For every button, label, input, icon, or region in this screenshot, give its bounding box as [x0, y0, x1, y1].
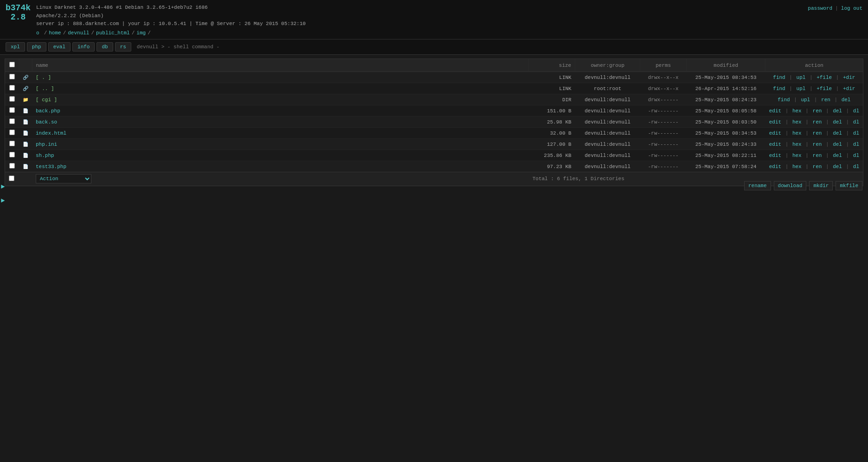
action-+dir-link[interactable]: +dir — [843, 86, 855, 91]
path-public-html[interactable]: public_html — [96, 29, 130, 38]
row-actions: edit | hex | ren | del | dl — [765, 139, 863, 150]
sys-line3: server ip : 888.darknet.com | your ip : … — [36, 20, 306, 28]
row-modified: 25-May-2015 07:58:24 — [687, 161, 765, 172]
action-hex-link[interactable]: hex — [792, 153, 802, 158]
tab-eval[interactable]: eval — [48, 42, 71, 52]
file-name-link[interactable]: sh.php — [36, 153, 54, 158]
action-edit-link[interactable]: edit — [769, 119, 781, 125]
file-checkbox[interactable] — [9, 74, 15, 79]
path-devnull[interactable]: devnull — [68, 29, 89, 38]
left-arrow-1[interactable]: ► — [0, 181, 6, 192]
path-img[interactable]: img — [136, 29, 146, 38]
action-edit-link[interactable]: edit — [769, 130, 781, 136]
file-name-link[interactable]: index.html — [36, 130, 66, 136]
file-checkbox[interactable] — [9, 141, 15, 146]
action-dl-link[interactable]: dl — [853, 108, 859, 114]
row-size: 25.98 KB — [529, 117, 575, 128]
tab-info[interactable]: info — [72, 42, 95, 52]
action-del-link[interactable]: del — [833, 108, 842, 114]
row-modified: 25-May-2015 08:24:23 — [687, 94, 765, 105]
select-all-checkbox[interactable] — [9, 62, 15, 67]
action-separator: | — [843, 108, 852, 114]
file-checkbox[interactable] — [9, 130, 15, 135]
rename-button[interactable]: rename — [744, 181, 771, 190]
action-del-link[interactable]: del — [833, 119, 842, 125]
table-row: 📄sh.php235.86 KBdevnull:devnull-rw------… — [5, 150, 863, 161]
action-+file-link[interactable]: +file — [817, 75, 832, 80]
action-+file-link[interactable]: +file — [817, 86, 832, 91]
file-name-link[interactable]: back.so — [36, 119, 57, 125]
row-icon: 📄 — [19, 150, 32, 161]
action-edit-link[interactable]: edit — [769, 108, 781, 114]
action-del-link[interactable]: del — [833, 142, 842, 147]
tab-db[interactable]: db — [96, 42, 113, 52]
logout-link[interactable]: log out — [841, 6, 862, 11]
action-ren-link[interactable]: ren — [813, 130, 822, 136]
file-name-link[interactable]: [ . ] — [36, 75, 51, 80]
action-hex-link[interactable]: hex — [792, 108, 802, 114]
action-hex-link[interactable]: hex — [792, 119, 802, 125]
action-separator: | — [786, 86, 796, 91]
file-checkbox[interactable] — [9, 107, 15, 113]
file-checkbox[interactable] — [9, 96, 15, 102]
action-edit-link[interactable]: edit — [769, 164, 781, 169]
action-del-link[interactable]: del — [833, 153, 842, 158]
action-separator: | — [782, 108, 791, 114]
action-del-link[interactable]: del — [833, 164, 842, 169]
action-del-link[interactable]: del — [833, 130, 842, 136]
logo[interactable]: b374k 2.8 — [6, 4, 31, 22]
action-dl-link[interactable]: dl — [853, 130, 859, 136]
breadcrumb: o / home / devnull / public_html / img / — [36, 29, 306, 38]
action-separator: | — [803, 130, 812, 136]
folder-icon: 🔗 — [23, 75, 28, 80]
action-hex-link[interactable]: hex — [792, 164, 802, 169]
left-arrow-2[interactable]: ► — [0, 195, 6, 206]
file-name-link[interactable]: [ .. ] — [36, 86, 54, 91]
tab-xpl[interactable]: xpl — [6, 42, 25, 52]
action-ren-link[interactable]: ren — [813, 108, 822, 114]
file-checkbox[interactable] — [9, 163, 15, 169]
action-dl-link[interactable]: dl — [853, 142, 859, 147]
action-edit-link[interactable]: edit — [769, 153, 781, 158]
action-upl-link[interactable]: upl — [801, 97, 810, 103]
download-button[interactable]: download — [774, 181, 807, 190]
action-dl-link[interactable]: dl — [853, 164, 859, 169]
password-link[interactable]: password — [808, 6, 832, 11]
action-find-link[interactable]: find — [773, 75, 785, 80]
action-ren-link[interactable]: ren — [821, 97, 830, 103]
action-ren-link[interactable]: ren — [813, 119, 822, 125]
col-header-modified: modified — [687, 59, 765, 72]
action-separator: | — [843, 153, 852, 158]
file-name-link[interactable]: php.ini — [36, 142, 57, 147]
row-actions: edit | hex | ren | del | dl — [765, 117, 863, 128]
bulk-action-select[interactable]: Actiondeletecopymovechmod — [36, 174, 91, 183]
action-+dir-link[interactable]: +dir — [843, 75, 855, 80]
file-name-link[interactable]: [ cgi ] — [36, 97, 57, 103]
footer-checkbox[interactable] — [9, 176, 14, 181]
action-upl-link[interactable]: upl — [797, 75, 806, 80]
mkdir-button[interactable]: mkdir — [809, 181, 833, 190]
file-checkbox[interactable] — [9, 152, 15, 157]
row-checkbox — [5, 83, 19, 94]
action-find-link[interactable]: find — [778, 97, 790, 103]
action-hex-link[interactable]: hex — [792, 142, 802, 147]
action-dl-link[interactable]: dl — [853, 119, 859, 125]
tab-rs[interactable]: rs — [115, 42, 131, 52]
action-ren-link[interactable]: ren — [813, 142, 822, 147]
action-del-link[interactable]: del — [842, 97, 851, 103]
action-ren-link[interactable]: ren — [813, 164, 822, 169]
action-edit-link[interactable]: edit — [769, 142, 781, 147]
file-checkbox[interactable] — [9, 118, 15, 124]
action-ren-link[interactable]: ren — [813, 153, 822, 158]
file-checkbox[interactable] — [9, 85, 15, 91]
action-find-link[interactable]: find — [773, 86, 785, 91]
tab-php[interactable]: php — [27, 42, 46, 52]
mkfile-button[interactable]: mkfile — [836, 181, 862, 190]
file-name-link[interactable]: test33.php — [36, 164, 66, 169]
path-home[interactable]: home — [49, 29, 61, 38]
file-name-link[interactable]: back.php — [36, 108, 60, 114]
action-upl-link[interactable]: upl — [797, 86, 806, 91]
action-dl-link[interactable]: dl — [853, 153, 859, 158]
col-header-icon — [19, 59, 32, 72]
action-hex-link[interactable]: hex — [792, 130, 802, 136]
